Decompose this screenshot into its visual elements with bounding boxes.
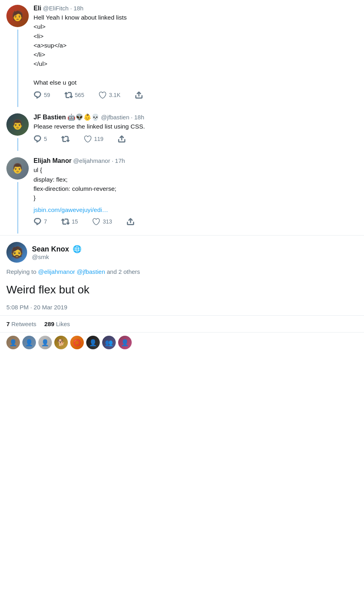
liker-face-4: 🐕	[54, 336, 68, 349]
reply-icon-jf	[34, 135, 42, 143]
reply-action-jf[interactable]: 5	[34, 135, 47, 143]
liker-avatar-2[interactable]: 👤	[22, 336, 36, 349]
liker-face-7: 👥	[102, 336, 116, 349]
tweet-link-elijah[interactable]: jsbin.com/gawevejuyi/edi…	[34, 206, 358, 214]
tweet-name-jf[interactable]: JF Bastien	[34, 114, 66, 121]
liker-avatar-7[interactable]: 👥	[102, 336, 116, 349]
reply-mention-jfbastien[interactable]: @jfbastien	[77, 268, 105, 275]
dm-action-eli[interactable]	[135, 91, 143, 99]
tweet-name-eli[interactable]: Eli	[34, 5, 42, 12]
like-icon-elijah	[92, 218, 100, 226]
like-action-eli[interactable]: 3.1K	[99, 91, 121, 99]
main-tweet-name: Sean Knox 🌐	[32, 245, 81, 253]
tweet-header-elijah: Elijah Manor @elijahmanor · 17h	[34, 157, 358, 164]
dm-icon-jf	[118, 135, 126, 143]
main-tweet-timestamp: 5:08 PM · 20 Mar 2019	[0, 302, 364, 316]
dm-action-jf[interactable]	[118, 135, 126, 143]
stats-row: 7 Retweets 289 Likes	[0, 316, 364, 333]
like-count-jf: 119	[94, 136, 103, 142]
tweet-thread: 🧑 Eli @EliFitch · 18h Hell Yeah I know a…	[0, 0, 364, 352]
retweets-label: Retweets	[12, 321, 37, 327]
main-name-block: Sean Knox 🌐 @smk	[32, 245, 81, 260]
main-tweet-header: 🧔 Sean Knox 🌐 @smk	[0, 235, 364, 266]
retweet-action-eli[interactable]: 565	[65, 91, 84, 99]
tweet-handle-elijah[interactable]: @elijahmanor	[73, 157, 110, 164]
tweet-item-jf: 👨 JF Bastien 🤖👽👶💀 @jfbastien · 18h Pleas…	[0, 109, 364, 152]
thread-line-elijah	[17, 182, 18, 234]
liker-avatar-5[interactable]: ⭕	[70, 336, 84, 349]
liker-face-5: ⭕	[70, 336, 84, 349]
liker-avatar-4[interactable]: 🐕	[54, 336, 68, 349]
avatar-elijah[interactable]: 👨	[6, 157, 29, 180]
avatar-face-elijah: 👨	[6, 157, 29, 180]
liker-face-2: 👤	[22, 336, 36, 349]
main-avatar-sean[interactable]: 🧔	[6, 242, 27, 263]
reply-count-elijah: 7	[44, 218, 47, 225]
likes-label: Likes	[56, 321, 70, 327]
likers-row: 👤 👤 👤 🐕 ⭕ 👤 👥 👤	[0, 333, 364, 352]
tweet-header-jf: JF Bastien 🤖👽👶💀 @jfbastien · 18h	[34, 113, 358, 121]
like-icon-eli	[99, 91, 107, 99]
reply-mention-elijahmanor[interactable]: @elijahmanor	[38, 268, 75, 275]
liker-face-6: 👤	[86, 336, 100, 349]
tweet-actions-jf: 5 119	[34, 135, 358, 143]
retweet-count-eli: 565	[75, 92, 84, 98]
liker-avatar-6[interactable]: 👤	[86, 336, 100, 349]
liker-avatar-1[interactable]: 👤	[6, 336, 20, 349]
liker-avatar-8[interactable]: 👤	[118, 336, 132, 349]
reply-to-section: Replying to @elijahmanor @jfbastien and …	[0, 266, 364, 279]
main-tweet-handle[interactable]: @smk	[32, 253, 81, 260]
avatar-col-elijah: 👨	[6, 157, 29, 234]
tweet-item-eli: 🧑 Eli @EliFitch · 18h Hell Yeah I know a…	[0, 0, 364, 109]
like-action-jf[interactable]: 119	[84, 135, 103, 143]
avatar-col-eli: 🧑	[6, 5, 29, 107]
tweet-body-eli: Hell Yeah I know about linked lists <ul>…	[34, 13, 358, 87]
retweet-count-elijah: 15	[72, 218, 78, 225]
tweet-handle-jf[interactable]: @jfbastien	[101, 114, 129, 121]
likes-stat[interactable]: 289 Likes	[44, 321, 70, 327]
retweets-count: 7	[6, 321, 10, 327]
reply-others-text: and 2 others	[107, 268, 140, 275]
avatar-eli[interactable]: 🧑	[6, 5, 29, 27]
tweet-time-jf: 18h	[134, 114, 144, 121]
main-tweet-body: Weird flex but ok	[0, 279, 364, 302]
like-action-elijah[interactable]: 313	[92, 218, 112, 226]
tweet-content-elijah: Elijah Manor @elijahmanor · 17h ul { dis…	[34, 157, 358, 234]
like-count-elijah: 313	[103, 218, 112, 225]
avatar-face-jf: 👨	[6, 113, 29, 136]
tweet-handle-eli[interactable]: @EliFitch	[43, 5, 69, 12]
retweets-stat[interactable]: 7 Retweets	[6, 321, 36, 327]
tweet-dot-eli: ·	[70, 5, 72, 12]
tweet-name-elijah[interactable]: Elijah Manor	[34, 157, 71, 164]
liker-face-3: 👤	[38, 336, 52, 349]
reply-action-elijah[interactable]: 7	[34, 218, 47, 226]
like-count-eli: 3.1K	[109, 92, 121, 98]
likes-count: 289	[44, 321, 54, 327]
tweet-body-jf: Please reverse the linked list using CSS…	[34, 122, 358, 131]
reply-action-eli[interactable]: 59	[34, 91, 50, 99]
tweet-content-jf: JF Bastien 🤖👽👶💀 @jfbastien · 18h Please …	[34, 113, 358, 151]
tweet-time-elijah: 17h	[115, 157, 125, 164]
retweet-action-elijah[interactable]: 15	[61, 218, 78, 226]
reply-icon-elijah	[34, 218, 42, 226]
retweet-icon-elijah	[61, 218, 69, 226]
tweet-actions-elijah: 7 15 313	[34, 218, 358, 226]
avatar-face-sean: 🧔	[6, 242, 27, 263]
reply-count-jf: 5	[44, 136, 47, 142]
tweet-dot-elijah: ·	[112, 157, 113, 164]
avatar-face-eli: 🧑	[6, 5, 29, 27]
like-icon-jf	[84, 135, 92, 143]
main-tweet-badge: 🌐	[73, 245, 81, 253]
avatar-jf[interactable]: 👨	[6, 113, 29, 136]
reply-icon-eli	[34, 91, 42, 99]
tweet-content-eli: Eli @EliFitch · 18h Hell Yeah I know abo…	[34, 5, 358, 107]
tweet-dot-jf: ·	[131, 114, 133, 121]
dm-action-elijah[interactable]	[127, 218, 135, 226]
liker-face-1: 👤	[6, 336, 20, 349]
reply-to-label: Replying to	[6, 268, 36, 275]
retweet-icon-eli	[65, 91, 73, 99]
retweet-action-jf[interactable]	[61, 135, 69, 143]
liker-avatar-3[interactable]: 👤	[38, 336, 52, 349]
tweet-item-elijah: 👨 Elijah Manor @elijahmanor · 17h ul { d…	[0, 152, 364, 235]
liker-face-8: 👤	[118, 336, 132, 349]
